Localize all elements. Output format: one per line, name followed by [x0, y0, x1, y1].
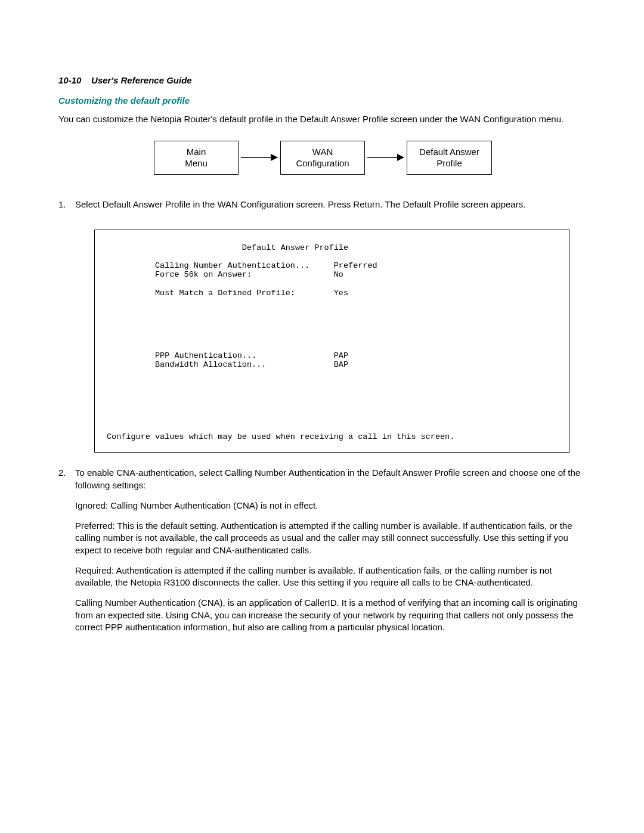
step-text: To enable CNA-authentication, select Cal… [75, 467, 587, 491]
option-preferred: Preferred: This is the default setting. … [75, 520, 587, 556]
option-ignored: Ignored: Calling Number Authentication (… [75, 500, 587, 512]
flow-box-line: Configuration [296, 158, 349, 168]
cna-explanation: Calling Number Authentication (CNA), is … [75, 597, 587, 633]
flow-box-wan-config: WAN Configuration [280, 141, 365, 175]
list-item: 2. To enable CNA-authentication, select … [58, 467, 587, 642]
flow-box-line: Default Answer [419, 147, 479, 157]
instruction-list: 1. Select Default Answer Profile in the … [58, 199, 587, 219]
list-item: 1. Select Default Answer Profile in the … [58, 199, 587, 219]
document-page: 10-10 User's Reference Guide Customizing… [0, 0, 644, 833]
terminal-content: Default Answer Profile Calling Number Au… [107, 243, 557, 441]
flow-box-main-menu: Main Menu [154, 141, 239, 175]
svg-marker-3 [397, 154, 404, 161]
instruction-list-continued: 2. To enable CNA-authentication, select … [58, 467, 587, 642]
page-header: 10-10 User's Reference Guide [58, 75, 587, 86]
arrow-icon [239, 151, 280, 163]
flow-box-line: WAN [312, 147, 333, 157]
flow-box-line: Profile [436, 158, 462, 168]
terminal-screen: Default Answer Profile Calling Number Au… [94, 230, 569, 453]
step-number: 1. [58, 199, 75, 219]
guide-title: User's Reference Guide [91, 75, 192, 85]
intro-paragraph: You can customize the Netopia Router's d… [58, 113, 587, 125]
section-title: Customizing the default profile [58, 95, 587, 107]
arrow-icon [365, 151, 407, 163]
flow-box-default-answer-profile: Default Answer Profile [407, 141, 492, 175]
flow-box-line: Menu [185, 158, 208, 168]
page-number: 10-10 [58, 75, 81, 85]
step-number: 2. [58, 467, 75, 642]
svg-marker-1 [271, 154, 278, 161]
option-required: Required: Authentication is attempted if… [75, 565, 587, 589]
step-text: Select Default Answer Profile in the WAN… [75, 199, 587, 210]
flow-box-line: Main [187, 147, 206, 157]
navigation-flow-diagram: Main Menu WAN Configuration Default Answ… [58, 141, 587, 175]
